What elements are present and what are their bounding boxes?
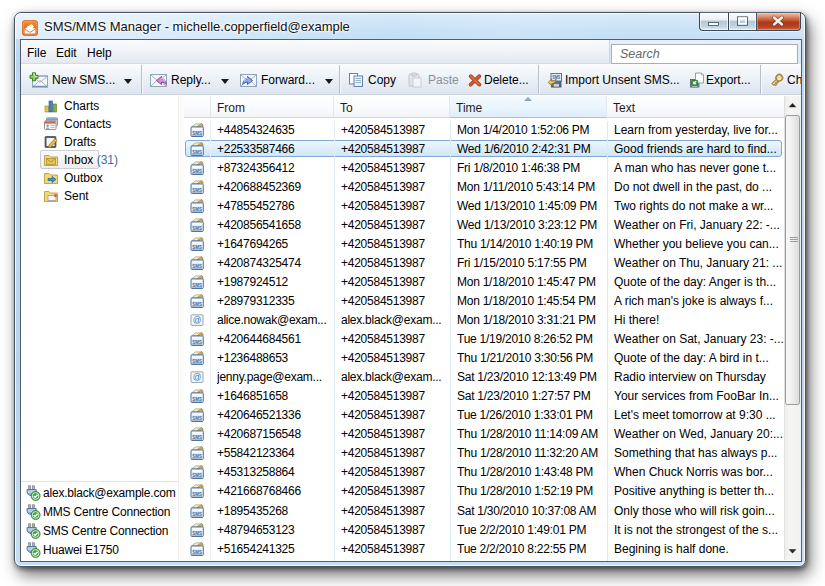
- svg-text:SMS: SMS: [192, 529, 202, 535]
- svg-text:SMS: SMS: [192, 548, 202, 554]
- svg-text:SMS: SMS: [192, 281, 202, 287]
- svg-text:SMS: SMS: [192, 129, 202, 135]
- svg-text:SMS: SMS: [192, 510, 202, 516]
- svg-text:@: @: [193, 315, 202, 325]
- svg-text:SMS: SMS: [192, 491, 202, 497]
- svg-text:SMS: SMS: [192, 453, 202, 459]
- svg-text:SMS: SMS: [192, 205, 202, 211]
- svg-text:SMS: SMS: [192, 415, 202, 421]
- svg-text:SMS: SMS: [192, 434, 202, 440]
- svg-text:SMS: SMS: [192, 472, 202, 478]
- svg-text:@: @: [193, 372, 202, 382]
- svg-text:SMS: SMS: [192, 358, 202, 364]
- svg-text:SMS: SMS: [192, 224, 202, 230]
- svg-text:SMS: SMS: [192, 243, 202, 249]
- svg-text:SMS: SMS: [192, 186, 202, 192]
- svg-text:SMS: SMS: [192, 301, 202, 307]
- svg-text:SMS: SMS: [192, 339, 202, 345]
- svg-text:SMS: SMS: [192, 148, 202, 154]
- svg-text:SMS: SMS: [192, 396, 202, 402]
- svg-text:SMS: SMS: [192, 167, 202, 173]
- svg-text:SMS: SMS: [192, 262, 202, 268]
